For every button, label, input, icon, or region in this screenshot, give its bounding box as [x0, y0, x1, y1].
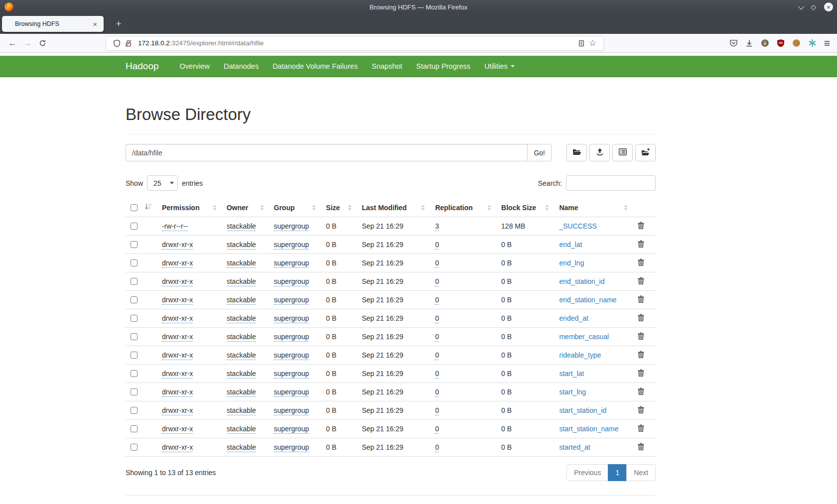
owner-value[interactable]: stackable [227, 296, 256, 305]
replication-value[interactable]: 0 [435, 314, 439, 323]
group-value[interactable]: supergroup [274, 370, 309, 378]
owner-value[interactable]: stackable [227, 241, 256, 250]
minimize-icon[interactable] [798, 2, 803, 11]
cookie-icon[interactable] [792, 39, 801, 47]
replication-value[interactable]: 3 [435, 222, 439, 231]
replication-value[interactable]: 0 [435, 388, 439, 397]
file-name-link[interactable]: start_lat [559, 370, 584, 378]
group-value[interactable]: supergroup [274, 314, 309, 323]
file-name-link[interactable]: _SUCCESS [559, 222, 596, 230]
group-value[interactable]: supergroup [274, 388, 309, 397]
nav-item-datanode-volume-failures[interactable]: Datanode Volume Failures [266, 62, 365, 70]
page-1-button[interactable]: 1 [608, 464, 627, 481]
owner-value[interactable]: stackable [227, 425, 256, 434]
previous-page-button[interactable]: Previous [566, 464, 608, 481]
group-value[interactable]: supergroup [274, 351, 309, 360]
owner-value[interactable]: stackable [227, 314, 256, 323]
permission-value[interactable]: drwxr-xr-x [162, 277, 193, 286]
tab-browsing-hdfs[interactable]: Browsing HDFS × [2, 16, 104, 32]
navbar-brand[interactable]: Hadoop [126, 61, 159, 72]
permission-value[interactable]: drwxr-xr-x [162, 296, 193, 305]
replication-value[interactable]: 0 [435, 351, 439, 360]
delete-icon[interactable] [638, 240, 644, 248]
permission-value[interactable]: drwxr-xr-x [162, 259, 193, 268]
delete-icon[interactable] [638, 295, 644, 303]
header-last-modified[interactable]: Last Modified [357, 199, 430, 217]
select-all-checkbox[interactable] [131, 204, 138, 211]
permission-value[interactable]: drwxr-xr-x [162, 351, 193, 360]
open-folder-button[interactable] [566, 144, 587, 161]
row-checkbox[interactable] [131, 241, 138, 248]
new-tab-button[interactable]: + [112, 17, 126, 31]
row-checkbox[interactable] [131, 388, 138, 395]
permission-value[interactable]: drwxr-xr-x [162, 443, 193, 452]
delete-icon[interactable] [638, 406, 644, 413]
hamburger-menu-icon[interactable]: ≡ [824, 38, 830, 48]
group-value[interactable]: supergroup [274, 277, 309, 286]
row-checkbox[interactable] [131, 425, 138, 432]
downloads-icon[interactable] [745, 39, 753, 47]
bookmark-star-icon[interactable]: ☆ [589, 38, 596, 48]
delete-icon[interactable] [638, 369, 644, 377]
header-replication[interactable]: Replication [430, 199, 496, 217]
asterisk-extension-icon[interactable] [808, 39, 817, 47]
group-value[interactable]: supergroup [274, 333, 309, 342]
delete-icon[interactable] [638, 277, 644, 284]
upload-file-button[interactable] [589, 144, 610, 161]
delete-icon[interactable] [638, 222, 644, 229]
ublock-shield-icon[interactable]: UO [777, 39, 785, 47]
permission-value[interactable]: drwxr-xr-x [162, 370, 193, 378]
row-checkbox[interactable] [131, 444, 138, 451]
file-list-button[interactable] [612, 144, 633, 161]
permission-value[interactable]: drwxr-xr-x [162, 406, 193, 415]
replication-value[interactable]: 0 [435, 333, 439, 342]
permission-value[interactable]: drwxr-xr-x [162, 425, 193, 434]
owner-value[interactable]: stackable [227, 351, 256, 360]
shield-icon[interactable] [113, 39, 121, 47]
file-name-link[interactable]: end_lng [559, 259, 584, 267]
replication-value[interactable]: 0 [435, 425, 439, 434]
file-name-link[interactable]: start_station_id [559, 406, 606, 414]
delete-icon[interactable] [638, 258, 644, 266]
delete-icon[interactable] [638, 314, 644, 321]
row-checkbox[interactable] [131, 315, 138, 322]
file-name-link[interactable]: end_station_id [559, 277, 604, 285]
new-folder-button[interactable] [635, 144, 656, 161]
file-name-link[interactable]: start_lng [559, 388, 586, 396]
row-checkbox[interactable] [131, 370, 138, 377]
owner-value[interactable]: stackable [227, 406, 256, 415]
header-group[interactable]: Group [269, 199, 321, 217]
reader-mode-icon[interactable] [578, 39, 585, 47]
delete-icon[interactable] [638, 443, 644, 450]
header-size[interactable]: Size [321, 199, 357, 217]
group-value[interactable]: supergroup [274, 443, 309, 452]
nav-item-utilities[interactable]: Utilities [477, 62, 522, 70]
extension-padlock-icon[interactable] [761, 39, 769, 47]
insecure-lock-icon[interactable] [125, 39, 132, 47]
next-page-button[interactable]: Next [626, 464, 656, 481]
nav-item-startup-progress[interactable]: Startup Progress [409, 62, 477, 70]
replication-value[interactable]: 0 [435, 296, 439, 305]
owner-value[interactable]: stackable [227, 388, 256, 397]
nav-item-datanodes[interactable]: Datanodes [217, 62, 266, 70]
header-owner[interactable]: Owner [222, 199, 269, 217]
nav-item-snapshot[interactable]: Snapshot [365, 62, 409, 70]
tab-close-icon[interactable]: × [91, 20, 99, 28]
url-bar[interactable]: 172.18.0.2:32475/explorer.html#/data/hfi… [106, 36, 604, 51]
replication-value[interactable]: 0 [435, 277, 439, 286]
row-checkbox[interactable] [131, 352, 138, 359]
replication-value[interactable]: 0 [435, 259, 439, 268]
delete-icon[interactable] [638, 387, 644, 395]
group-value[interactable]: supergroup [274, 296, 309, 305]
owner-value[interactable]: stackable [227, 277, 256, 286]
back-button[interactable]: ← [5, 36, 20, 50]
file-name-link[interactable]: start_station_name [559, 425, 618, 433]
group-value[interactable]: supergroup [274, 241, 309, 250]
directory-path-input[interactable] [126, 144, 527, 161]
file-name-link[interactable]: end_lat [559, 241, 582, 249]
file-name-link[interactable]: rideable_type [559, 351, 601, 359]
group-value[interactable]: supergroup [274, 259, 309, 268]
group-value[interactable]: supergroup [274, 222, 309, 231]
page-size-select[interactable]: 25 [147, 175, 178, 191]
header-name[interactable]: Name [554, 199, 633, 217]
